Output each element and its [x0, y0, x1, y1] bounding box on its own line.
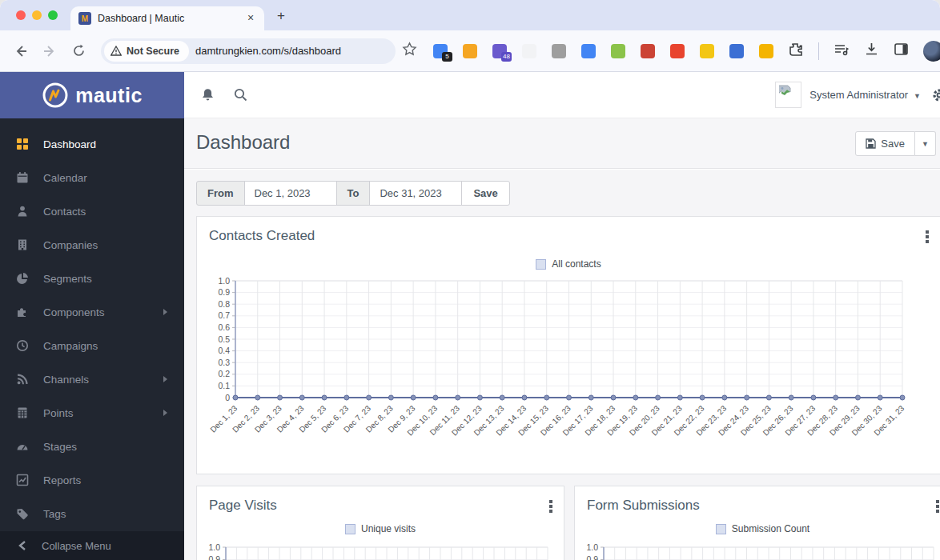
browser-window: M Dashboard | Mautic × + Not Secure damt… — [0, 0, 940, 560]
reload-icon[interactable] — [67, 40, 90, 62]
dashboard-content: Contacts Created All contacts 1.00.90.80… — [184, 216, 940, 560]
tab-strip: M Dashboard | Mautic × + — [0, 0, 940, 30]
svg-text:0.7: 0.7 — [218, 310, 230, 320]
chart-legend[interactable]: Submission Count — [575, 523, 940, 534]
sidebar-item-campaigns[interactable]: Campaigns — [0, 329, 184, 362]
sidebar-item-contacts[interactable]: Contacts — [0, 194, 184, 228]
pie-icon — [16, 272, 30, 285]
tab-close-icon[interactable]: × — [243, 11, 258, 26]
play-extension-icon[interactable] — [759, 44, 773, 58]
gauge-icon — [16, 440, 30, 453]
mautic-favicon: M — [78, 12, 91, 25]
purple-home-extension-icon[interactable]: 48 — [492, 44, 507, 58]
date-to-input[interactable] — [369, 181, 462, 206]
qr-scan-extension-icon[interactable] — [522, 44, 536, 58]
date-filter-save-button[interactable]: Save — [461, 181, 509, 206]
svg-text:0.3: 0.3 — [218, 358, 230, 367]
extensions-puzzle-icon[interactable] — [788, 42, 804, 61]
window-controls — [16, 10, 58, 20]
svg-text:0.1: 0.1 — [218, 381, 230, 390]
contacts-created-chart: 1.00.90.80.70.60.50.40.30.20.10Dec 1, 23… — [200, 274, 921, 466]
legend-swatch — [716, 524, 726, 534]
chart-legend[interactable]: Unique visits — [197, 523, 564, 534]
playlist-icon[interactable] — [834, 42, 850, 60]
target-extension-icon[interactable] — [729, 44, 744, 58]
sidebar-item-dashboard[interactable]: Dashboard — [0, 127, 184, 161]
sidebar-item-stages[interactable]: Stages — [0, 430, 184, 463]
sidebar-item-segments[interactable]: Segments — [0, 262, 184, 295]
legend-label: All contacts — [552, 258, 601, 270]
date-from-input[interactable] — [244, 181, 337, 206]
calendar-icon — [16, 171, 30, 184]
sidebar-item-label: Segments — [43, 273, 92, 285]
svg-text:0.6: 0.6 — [218, 322, 230, 332]
browser-tab[interactable]: M Dashboard | Mautic × — [70, 6, 264, 30]
new-tab-button[interactable]: + — [271, 6, 291, 26]
panel-menu-icon[interactable] — [926, 230, 929, 245]
gear-extension-icon[interactable] — [552, 44, 566, 58]
panel-title: Form Submissions — [587, 498, 700, 514]
address-bar[interactable]: Not Secure damtrungkien.com/s/dashboard — [101, 38, 396, 64]
sidebar-item-label: Channels — [43, 374, 89, 386]
zoom-window-button[interactable] — [48, 10, 58, 20]
save-dashboard-button[interactable]: Save — [855, 131, 915, 156]
sidebar-item-collapse-menu[interactable]: Collapse Menu — [0, 531, 184, 560]
save-dropdown-button[interactable]: ▼ — [915, 131, 936, 156]
mautic-logo[interactable]: mautic — [0, 72, 184, 118]
calculator-icon — [16, 406, 30, 419]
svg-text:0.5: 0.5 — [218, 334, 230, 344]
translate-extension-icon[interactable] — [581, 44, 596, 58]
coupon-extension-icon[interactable] — [670, 44, 685, 58]
sidebar-item-label: Companies — [43, 239, 98, 251]
bee-extension-icon[interactable] — [700, 44, 714, 58]
panel-title: Contacts Created — [209, 228, 315, 244]
security-chip[interactable]: Not Secure — [104, 41, 189, 62]
rss-icon — [16, 373, 30, 386]
sidebar-item-components[interactable]: Components — [0, 295, 184, 329]
user-menu[interactable]: System Administrator ▼ — [775, 82, 932, 108]
close-window-button[interactable] — [16, 10, 26, 20]
profile-avatar[interactable] — [923, 41, 940, 62]
sidebar-item-tags[interactable]: Tags — [0, 497, 184, 530]
building-icon — [16, 238, 30, 251]
blue-page-extension-icon[interactable]: 5 — [433, 44, 448, 58]
bookmark-star-icon[interactable] — [402, 42, 417, 60]
contacts-created-panel: Contacts Created All contacts 1.00.90.80… — [196, 216, 940, 474]
chart-legend[interactable]: All contacts — [197, 258, 940, 270]
legend-swatch — [345, 524, 356, 534]
search-icon[interactable] — [233, 87, 248, 102]
panel-title: Page Visits — [209, 498, 277, 514]
clock-icon — [16, 339, 30, 352]
sidebar-item-calendar[interactable]: Calendar — [0, 161, 184, 194]
back-icon[interactable] — [10, 40, 32, 62]
form-submissions-chart: 1.00.9 — [580, 538, 940, 560]
sidebar-item-label: Stages — [43, 441, 77, 453]
link-extension-icon[interactable] — [611, 44, 625, 58]
forward-icon[interactable] — [38, 40, 61, 62]
minimize-window-button[interactable] — [32, 10, 42, 20]
sidebar-item-reports[interactable]: Reports — [0, 463, 184, 497]
navigation-extension-icon[interactable] — [641, 44, 655, 58]
side-panel-icon[interactable] — [894, 42, 909, 60]
sidebar-item-channels[interactable]: Channels — [0, 362, 184, 396]
legend-label: Unique visits — [361, 523, 416, 534]
page-visits-panel: Page Visits Unique visits 1.00.9 — [196, 486, 564, 560]
notifications-bell-icon[interactable] — [200, 87, 215, 103]
from-label: From — [196, 181, 245, 206]
date-range-group: From To Save — [196, 181, 510, 206]
download-icon[interactable] — [864, 42, 879, 60]
collapse-menu-label: Collapse Menu — [42, 540, 111, 552]
mautic-logo-text: mautic — [75, 84, 143, 107]
panel-menu-icon[interactable] — [936, 500, 939, 514]
sidebar-item-label: Reports — [43, 474, 81, 486]
panel-menu-icon[interactable] — [549, 500, 552, 514]
sidebar-item-label: Points — [43, 407, 74, 419]
sidebar-item-companies[interactable]: Companies — [0, 228, 184, 262]
svg-text:0.8: 0.8 — [218, 299, 230, 309]
settings-gear-icon[interactable] — [932, 88, 940, 102]
lock-extension-icon[interactable] — [463, 44, 477, 58]
toolbar-right — [788, 41, 940, 62]
chevron-left-icon — [18, 540, 27, 551]
svg-text:0.4: 0.4 — [218, 346, 230, 355]
sidebar-item-points[interactable]: Points — [0, 396, 184, 430]
